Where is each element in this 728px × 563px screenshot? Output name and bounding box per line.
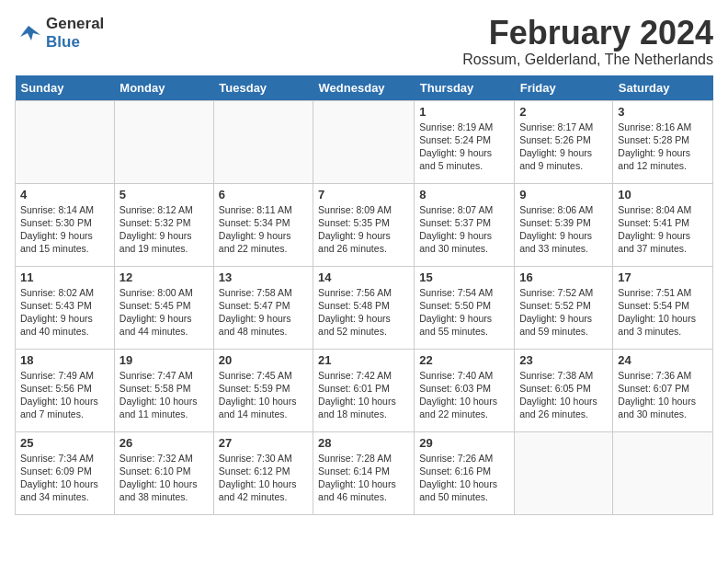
day-number: 25: [20, 436, 109, 450]
logo-text: General Blue: [46, 15, 104, 51]
calendar-cell: 12Sunrise: 8:00 AM Sunset: 5:45 PM Dayli…: [114, 266, 213, 349]
day-info: Sunrise: 8:06 AM Sunset: 5:39 PM Dayligh…: [519, 203, 608, 256]
weekday-header-saturday: Saturday: [613, 75, 713, 101]
day-info: Sunrise: 8:19 AM Sunset: 5:24 PM Dayligh…: [419, 121, 509, 173]
day-number: 3: [618, 105, 708, 119]
location: Rossum, Gelderland, The Netherlands: [462, 52, 713, 68]
weekday-header-thursday: Thursday: [415, 75, 515, 101]
weekday-header-wednesday: Wednesday: [313, 75, 415, 101]
day-number: 1: [419, 105, 509, 119]
day-number: 2: [519, 105, 608, 119]
day-number: 11: [20, 270, 109, 284]
day-info: Sunrise: 7:45 AM Sunset: 5:59 PM Dayligh…: [219, 369, 308, 421]
day-number: 5: [119, 188, 209, 201]
calendar-cell: [313, 100, 415, 183]
day-info: Sunrise: 7:42 AM Sunset: 6:01 PM Dayligh…: [318, 369, 409, 421]
day-info: Sunrise: 8:02 AM Sunset: 5:43 PM Dayligh…: [20, 286, 109, 339]
calendar-cell: 27Sunrise: 7:30 AM Sunset: 6:12 PM Dayli…: [213, 431, 313, 514]
weekday-header-row: SundayMondayTuesdayWednesdayThursdayFrid…: [16, 75, 713, 101]
day-info: Sunrise: 7:47 AM Sunset: 5:58 PM Dayligh…: [119, 369, 209, 421]
day-number: 13: [219, 270, 308, 284]
calendar-cell: 13Sunrise: 7:58 AM Sunset: 5:47 PM Dayli…: [213, 266, 313, 349]
calendar-cell: 11Sunrise: 8:02 AM Sunset: 5:43 PM Dayli…: [16, 266, 115, 349]
day-info: Sunrise: 7:28 AM Sunset: 6:14 PM Dayligh…: [318, 452, 409, 504]
calendar-cell: 16Sunrise: 7:52 AM Sunset: 5:52 PM Dayli…: [515, 266, 613, 349]
logo: General Blue: [15, 15, 104, 51]
day-number: 20: [219, 353, 308, 367]
title-block: February 2024 Rossum, Gelderland, The Ne…: [462, 15, 713, 68]
weekday-header-sunday: Sunday: [16, 75, 115, 101]
calendar-cell: 18Sunrise: 7:49 AM Sunset: 5:56 PM Dayli…: [16, 349, 115, 431]
day-info: Sunrise: 7:32 AM Sunset: 6:10 PM Dayligh…: [119, 452, 209, 504]
day-number: 28: [318, 436, 409, 450]
day-info: Sunrise: 8:04 AM Sunset: 5:41 PM Dayligh…: [618, 203, 708, 256]
week-row-4: 18Sunrise: 7:49 AM Sunset: 5:56 PM Dayli…: [16, 349, 713, 431]
calendar-table: SundayMondayTuesdayWednesdayThursdayFrid…: [15, 75, 713, 515]
day-number: 12: [119, 270, 209, 284]
weekday-header-friday: Friday: [515, 75, 613, 101]
calendar-cell: 29Sunrise: 7:26 AM Sunset: 6:16 PM Dayli…: [415, 431, 515, 514]
day-number: 27: [219, 436, 308, 450]
day-number: 15: [419, 270, 509, 284]
weekday-header-tuesday: Tuesday: [213, 75, 313, 101]
day-number: 9: [519, 188, 608, 201]
day-info: Sunrise: 7:34 AM Sunset: 6:09 PM Dayligh…: [20, 452, 109, 504]
calendar-cell: [16, 100, 115, 183]
day-number: 22: [419, 353, 509, 367]
calendar-cell: [213, 100, 313, 183]
calendar-cell: 9Sunrise: 8:06 AM Sunset: 5:39 PM Daylig…: [515, 183, 613, 266]
day-number: 4: [20, 188, 109, 201]
calendar-cell: 5Sunrise: 8:12 AM Sunset: 5:32 PM Daylig…: [114, 183, 213, 266]
calendar-cell: 24Sunrise: 7:36 AM Sunset: 6:07 PM Dayli…: [613, 349, 713, 431]
day-info: Sunrise: 7:40 AM Sunset: 6:03 PM Dayligh…: [419, 369, 509, 421]
day-info: Sunrise: 8:14 AM Sunset: 5:30 PM Dayligh…: [20, 203, 109, 256]
day-number: 23: [519, 353, 608, 367]
calendar-cell: 28Sunrise: 7:28 AM Sunset: 6:14 PM Dayli…: [313, 431, 415, 514]
calendar-cell: 3Sunrise: 8:16 AM Sunset: 5:28 PM Daylig…: [613, 100, 713, 183]
week-row-2: 4Sunrise: 8:14 AM Sunset: 5:30 PM Daylig…: [16, 183, 713, 266]
calendar-cell: 8Sunrise: 8:07 AM Sunset: 5:37 PM Daylig…: [415, 183, 515, 266]
calendar-cell: 20Sunrise: 7:45 AM Sunset: 5:59 PM Dayli…: [213, 349, 313, 431]
day-number: 21: [318, 353, 409, 367]
calendar-cell: 26Sunrise: 7:32 AM Sunset: 6:10 PM Dayli…: [114, 431, 213, 514]
day-number: 14: [318, 270, 409, 284]
calendar-cell: 4Sunrise: 8:14 AM Sunset: 5:30 PM Daylig…: [16, 183, 115, 266]
day-info: Sunrise: 8:11 AM Sunset: 5:34 PM Dayligh…: [219, 203, 308, 256]
month-year: February 2024: [462, 15, 713, 52]
weekday-header-monday: Monday: [114, 75, 213, 101]
day-info: Sunrise: 7:30 AM Sunset: 6:12 PM Dayligh…: [219, 452, 308, 504]
calendar-cell: 6Sunrise: 8:11 AM Sunset: 5:34 PM Daylig…: [213, 183, 313, 266]
day-number: 8: [419, 188, 509, 201]
calendar-cell: 23Sunrise: 7:38 AM Sunset: 6:05 PM Dayli…: [515, 349, 613, 431]
day-number: 29: [419, 436, 509, 450]
day-number: 7: [318, 188, 409, 201]
day-info: Sunrise: 7:58 AM Sunset: 5:47 PM Dayligh…: [219, 286, 308, 339]
day-info: Sunrise: 7:52 AM Sunset: 5:52 PM Dayligh…: [519, 286, 608, 339]
calendar-cell: 21Sunrise: 7:42 AM Sunset: 6:01 PM Dayli…: [313, 349, 415, 431]
day-info: Sunrise: 8:12 AM Sunset: 5:32 PM Dayligh…: [119, 203, 209, 256]
day-info: Sunrise: 7:56 AM Sunset: 5:48 PM Dayligh…: [318, 286, 409, 339]
day-info: Sunrise: 8:16 AM Sunset: 5:28 PM Dayligh…: [618, 121, 708, 173]
logo-icon: [15, 22, 42, 44]
week-row-1: 1Sunrise: 8:19 AM Sunset: 5:24 PM Daylig…: [16, 100, 713, 183]
day-number: 17: [618, 270, 708, 284]
day-number: 6: [219, 188, 308, 201]
calendar-cell: [613, 431, 713, 514]
day-info: Sunrise: 7:51 AM Sunset: 5:54 PM Dayligh…: [618, 286, 708, 339]
calendar-cell: 25Sunrise: 7:34 AM Sunset: 6:09 PM Dayli…: [16, 431, 115, 514]
day-number: 10: [618, 188, 708, 201]
calendar-cell: 14Sunrise: 7:56 AM Sunset: 5:48 PM Dayli…: [313, 266, 415, 349]
day-info: Sunrise: 7:36 AM Sunset: 6:07 PM Dayligh…: [618, 369, 708, 421]
day-info: Sunrise: 7:54 AM Sunset: 5:50 PM Dayligh…: [419, 286, 509, 339]
calendar-cell: 2Sunrise: 8:17 AM Sunset: 5:26 PM Daylig…: [515, 100, 613, 183]
week-row-3: 11Sunrise: 8:02 AM Sunset: 5:43 PM Dayli…: [16, 266, 713, 349]
day-number: 24: [618, 353, 708, 367]
day-number: 19: [119, 353, 209, 367]
calendar-cell: 7Sunrise: 8:09 AM Sunset: 5:35 PM Daylig…: [313, 183, 415, 266]
day-number: 26: [119, 436, 209, 450]
day-info: Sunrise: 8:17 AM Sunset: 5:26 PM Dayligh…: [519, 121, 608, 173]
week-row-5: 25Sunrise: 7:34 AM Sunset: 6:09 PM Dayli…: [16, 431, 713, 514]
calendar-cell: [515, 431, 613, 514]
calendar-cell: 22Sunrise: 7:40 AM Sunset: 6:03 PM Dayli…: [415, 349, 515, 431]
day-info: Sunrise: 8:07 AM Sunset: 5:37 PM Dayligh…: [419, 203, 509, 256]
